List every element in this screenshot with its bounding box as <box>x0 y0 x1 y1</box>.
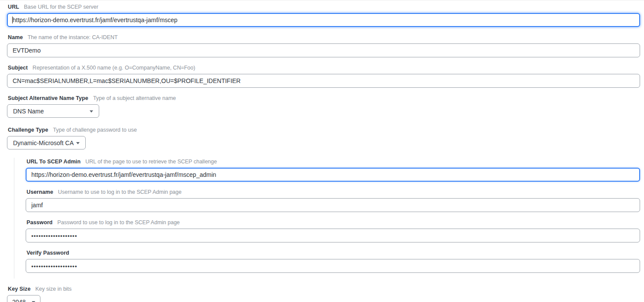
username-input[interactable] <box>26 198 640 212</box>
url-label: URL <box>8 4 19 10</box>
name-input[interactable] <box>7 43 640 57</box>
challenge-type-selected-value: Dynamic-Microsoft CA <box>13 139 74 146</box>
key-size-selected-value: 2048 <box>12 299 26 302</box>
name-field-head: Name The name of the instance: CA-IDENT <box>8 34 640 40</box>
name-hint: The name of the instance: CA-IDENT <box>27 34 117 40</box>
scep-admin-url-hint: URL of the page to use to retrieve the S… <box>85 159 217 165</box>
key-size-select[interactable]: 2048 <box>7 295 40 302</box>
url-input[interactable] <box>7 13 640 27</box>
username-hint: Username to use to log in to the SCEP Ad… <box>58 189 181 195</box>
subject-hint: Representation of a X.500 name (e.g. O=C… <box>33 65 195 71</box>
challenge-type-hint: Type of challenge password to use <box>53 127 137 133</box>
chevron-down-icon <box>76 142 80 144</box>
password-input[interactable] <box>26 229 640 242</box>
username-field: Username Username to use to log in to th… <box>26 189 640 212</box>
challenge-type-field: Challenge Type Type of challenge passwor… <box>7 127 640 149</box>
password-hint: Password to use to log in to the SCEP Ad… <box>57 219 180 226</box>
chevron-down-icon <box>90 110 93 113</box>
subject-field: Subject Representation of a X.500 name (… <box>7 65 640 88</box>
challenge-type-label: Challenge Type <box>8 127 48 133</box>
password-field: Password Password to use to log in to th… <box>26 219 640 242</box>
scep-admin-url-field: URL To SCEP Admin URL of the page to use… <box>26 159 640 182</box>
scep-configuration-form: URL Base URL for the SCEP server Name Th… <box>0 0 644 302</box>
san-type-hint: Type of a subject alternative name <box>93 95 176 101</box>
verify-password-label: Verify Password <box>27 250 69 256</box>
subject-label: Subject <box>8 65 28 71</box>
key-size-field-head: Key Size Key size in bits <box>8 286 640 292</box>
scep-admin-url-label: URL To SCEP Admin <box>27 159 80 165</box>
verify-password-field-head: Verify Password <box>27 250 640 256</box>
name-field: Name The name of the instance: CA-IDENT <box>7 34 640 57</box>
subject-field-head: Subject Representation of a X.500 name (… <box>8 65 640 71</box>
key-size-label: Key Size <box>8 286 30 292</box>
subject-input[interactable] <box>7 74 640 88</box>
username-field-head: Username Username to use to log in to th… <box>27 189 640 195</box>
san-type-select[interactable]: DNS Name <box>7 104 99 118</box>
scep-admin-subsection: URL To SCEP Admin URL of the page to use… <box>14 158 640 279</box>
password-label: Password <box>27 219 53 226</box>
verify-password-field: Verify Password <box>26 250 640 273</box>
verify-password-input[interactable] <box>26 259 640 273</box>
key-size-hint: Key size in bits <box>35 286 71 292</box>
username-label: Username <box>27 189 53 195</box>
scep-admin-url-input[interactable] <box>26 168 640 182</box>
challenge-type-field-head: Challenge Type Type of challenge passwor… <box>8 127 640 133</box>
top-divider <box>0 0 644 0</box>
san-type-label: Subject Alternative Name Type <box>8 95 88 101</box>
url-field-head: URL Base URL for the SCEP server <box>8 4 640 10</box>
san-type-field-head: Subject Alternative Name Type Type of a … <box>8 95 640 101</box>
challenge-type-select[interactable]: Dynamic-Microsoft CA <box>7 136 86 149</box>
san-type-selected-value: DNS Name <box>13 108 44 115</box>
password-field-head: Password Password to use to log in to th… <box>27 219 640 226</box>
scep-admin-url-field-head: URL To SCEP Admin URL of the page to use… <box>27 159 640 165</box>
san-type-field: Subject Alternative Name Type Type of a … <box>7 95 640 118</box>
text-cursor <box>12 17 13 23</box>
url-hint: Base URL for the SCEP server <box>24 4 98 10</box>
key-size-field: Key Size Key size in bits 2048 <box>7 286 640 302</box>
name-label: Name <box>8 34 23 40</box>
url-field: URL Base URL for the SCEP server <box>7 4 640 27</box>
